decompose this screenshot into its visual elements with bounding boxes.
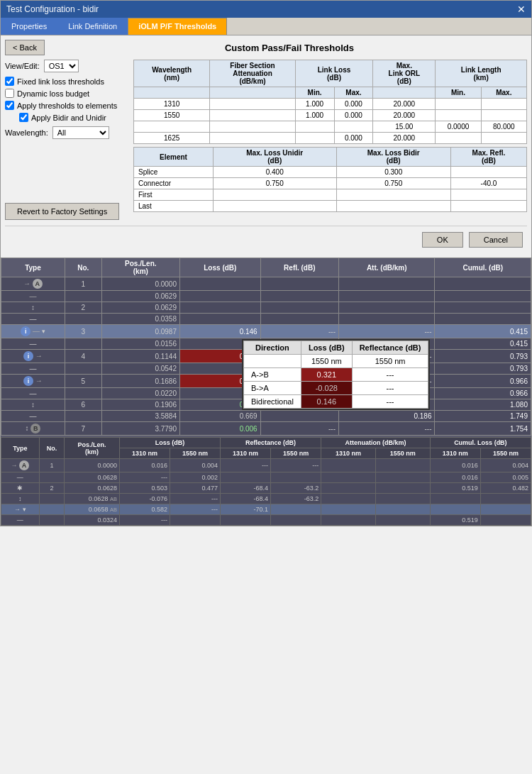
col-link-loss: Link Loss(dB) [295, 60, 373, 87]
col-link-length: Link Length(km) [436, 60, 527, 87]
cancel-button[interactable]: Cancel [469, 232, 523, 248]
table-row: — 0.0629 [1, 291, 531, 302]
col-pos: Pos./Len.(km) [101, 258, 179, 277]
col-cumul: Cumul. (dB) [435, 258, 531, 277]
wavelength-row: Wavelength: All 1310 1550 1625 [5, 126, 129, 139]
table-row: 15.00 0.0000 80.000 [134, 121, 527, 133]
table-row: 1550 1.000 0.000 20.000 [134, 110, 527, 121]
popup-direction-ab: A->B [244, 368, 301, 382]
popup-direction-bidir: Bidirectional [244, 395, 301, 409]
table-row: ↕ 0.0628 AB -0.076 --- -68.4 -63.2 [1, 494, 531, 504]
revert-button[interactable]: Revert to Factory Settings [5, 203, 119, 220]
popup-direction-ba: B->A [244, 382, 301, 395]
table-row: → A 1 0.0000 [1, 277, 531, 291]
dialog-content: < Back Custom Pass/Fail Thresholds View/… [1, 35, 531, 258]
dialog-window: Test Configuration - bidir ✕ Properties … [0, 0, 532, 526]
tab-properties[interactable]: Properties [1, 18, 57, 35]
col-max-refl: Max. Refl.(dB) [450, 148, 526, 167]
checkbox-apply-elements: Apply thresholds to elements [5, 101, 129, 110]
tab-bar: Properties Link Definition iOLM P/F Thre… [1, 18, 531, 35]
checkbox-dynamic-label: Dynamic loss budget [17, 89, 89, 98]
panels: View/Edit: OS1 Fixed link loss threshold… [5, 60, 527, 220]
table-row: → ▾ 0.0658 AB 0.582 --- -70.1 [1, 504, 531, 515]
view-edit-select[interactable]: OS1 [44, 60, 79, 72]
checkbox-fixed-link-input[interactable] [5, 77, 14, 86]
popup-tooltip: Direction Loss (dB) Reflectance (dB) 155… [242, 339, 430, 410]
threshold-table: Wavelength(nm) Fiber SectionAttenuation(… [133, 60, 527, 144]
col-loss-min: Min. [295, 87, 334, 99]
table-row: ✱ 2 0.0628 0.503 0.477 -68.4 -63.2 0.519… [1, 483, 531, 494]
meas-col-att: Attenuation (dB/km) [321, 438, 431, 448]
table-row: — 3.5884 0.669 0.186 1.749 [1, 411, 531, 422]
meas-col-type: Type [1, 438, 40, 459]
meas-col-pos: Pos./Len.(km) [65, 438, 120, 459]
window-title: Test Configuration - bidir [6, 4, 99, 14]
tab-link-definition[interactable]: Link Definition [57, 18, 128, 35]
popup-loss-bidir: 0.146 [301, 395, 352, 409]
checkbox-apply-bidir-input[interactable] [19, 113, 28, 122]
col-len-min: Min. [436, 87, 481, 99]
table-row: ↕ B 7 3.7790 0.006 --- --- 1.754 [1, 422, 531, 436]
element-table: Element Max. Loss Unidir(dB) Max. Loss B… [133, 147, 527, 212]
right-panel: Wavelength(nm) Fiber SectionAttenuation(… [133, 60, 527, 220]
checkbox-fixed-link-label: Fixed link loss thresholds [17, 77, 104, 86]
wavelength-select[interactable]: All 1310 1550 1625 [52, 126, 109, 139]
left-panel: View/Edit: OS1 Fixed link loss threshold… [5, 60, 129, 220]
checkbox-dynamic-input[interactable] [5, 89, 14, 98]
meas-col-no: No. [39, 438, 65, 459]
table-row: → A 1 0.0000 0.016 0.004 --- --- 0.016 0… [1, 459, 531, 472]
cell-wavelength: 1310 [134, 99, 210, 110]
meas-table: Type No. Pos./Len.(km) Loss (dB) Reflect… [1, 437, 531, 526]
popup-loss-ab: 0.321 [301, 368, 352, 382]
table-row: ↕ 2 0.0629 [1, 302, 531, 314]
col-fiber-att: Fiber SectionAttenuation(dB/km) [210, 60, 295, 87]
popup-refl-ab: --- [352, 368, 428, 382]
checkbox-apply-bidir: Apply Bidir and Unidir [19, 113, 129, 122]
popup-table: Direction Loss (dB) Reflectance (dB) 155… [243, 341, 428, 409]
popup-col-direction: Direction [244, 341, 301, 355]
popup-row-ab: A->B 0.321 --- [244, 368, 428, 382]
title-bar: Test Configuration - bidir ✕ [1, 1, 531, 18]
col-max-loss-unidir: Max. Loss Unidir(dB) [213, 148, 336, 167]
dialog-buttons: OK Cancel [5, 226, 527, 253]
table-row: — 0.0358 [1, 314, 531, 325]
meas-col-loss: Loss (dB) [119, 438, 220, 448]
checkbox-apply-elements-input[interactable] [5, 101, 14, 110]
table-row: First [134, 189, 527, 201]
view-edit-row: View/Edit: OS1 [5, 60, 129, 72]
view-edit-label: View/Edit: [5, 62, 40, 70]
ok-button[interactable]: OK [422, 232, 463, 248]
tab-iolm-pf[interactable]: iOLM P/F Thresholds [128, 18, 227, 35]
col-orl: Max.Link ORL(dB) [373, 60, 436, 87]
table-row: Connector 0.750 0.750 -40.0 [134, 178, 527, 189]
wavelength-label: Wavelength: [5, 128, 48, 137]
meas-col-cumul: Cumul. Loss (dB) [430, 438, 531, 448]
table-row: — 0.0628 --- 0.002 0.016 0.005 [1, 472, 531, 483]
table-row: — 0.0324 --- 0.519 [1, 515, 531, 526]
col-max-loss-bidir: Max. Loss Bidir(dB) [336, 148, 450, 167]
meas-col-refl: Reflectance (dB) [221, 438, 321, 448]
table-row: Last [134, 201, 527, 212]
back-title-row: < Back Custom Pass/Fail Thresholds [5, 40, 527, 55]
popup-row-ba: B->A -0.028 --- [244, 382, 428, 395]
back-button[interactable]: < Back [5, 40, 45, 55]
checkbox-apply-bidir-label: Apply Bidir and Unidir [31, 114, 106, 122]
col-wavelength: Wavelength(nm) [134, 60, 210, 87]
close-button[interactable]: ✕ [517, 4, 526, 15]
col-att-dbkm: Att. (dB/km) [338, 258, 435, 277]
col-len-max: Max. [481, 87, 526, 99]
checkbox-fixed-link: Fixed link loss thresholds [5, 77, 129, 86]
table-row: i — ▾ 3 0.0987 0.146 --- --- 0.415 [1, 325, 531, 338]
col-no: No. [65, 258, 101, 277]
checkbox-apply-elements-label: Apply thresholds to elements [17, 101, 117, 110]
checkbox-dynamic: Dynamic loss budget [5, 89, 129, 98]
section-title: Custom Pass/Fail Thresholds [52, 43, 527, 53]
popup-refl-bidir: --- [352, 395, 428, 409]
popup-loss-ba: -0.028 [301, 382, 352, 395]
col-element: Element [134, 148, 214, 167]
popup-row-bidir: Bidirectional 0.146 --- [244, 395, 428, 409]
col-loss-max: Max. [334, 87, 373, 99]
popup-container: Type No. Pos./Len.(km) Loss (dB) Refl. (… [1, 258, 531, 436]
table-row: 1310 1.000 0.000 20.000 [134, 99, 527, 110]
popup-col-refl: Reflectance (dB) [352, 341, 428, 355]
